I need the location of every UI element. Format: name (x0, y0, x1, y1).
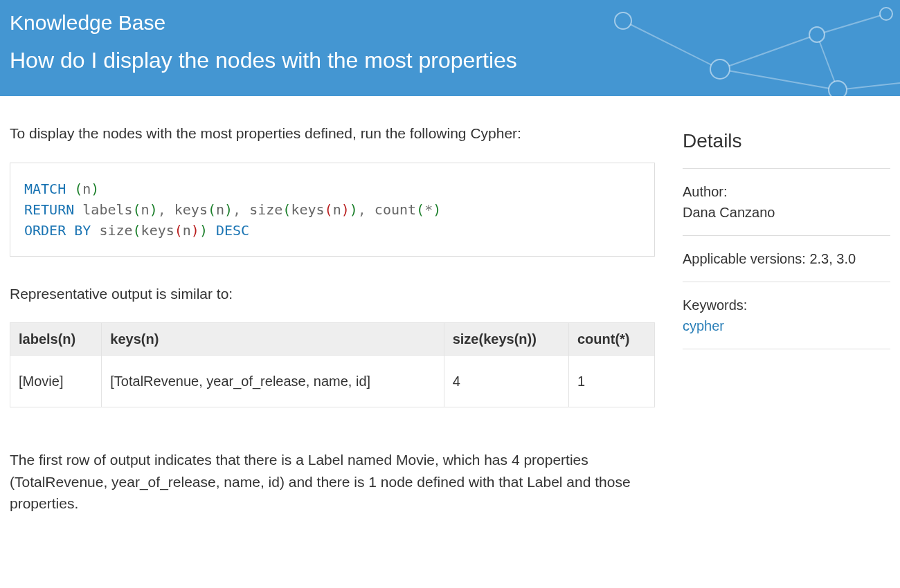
breadcrumb: Knowledge Base (10, 7, 890, 38)
page-title: How do I display the nodes with the most… (10, 44, 890, 77)
table-header: keys(n) (102, 323, 444, 356)
table-row: [Movie][TotalRevenue, year_of_release, n… (10, 356, 655, 407)
keywords-label: Keywords: (683, 295, 890, 315)
svg-point-9 (829, 81, 847, 96)
output-table: labels(n)keys(n)size(keys(n))count(*) [M… (10, 322, 655, 407)
hero-banner: Knowledge Base How do I display the node… (0, 0, 900, 96)
table-cell: [TotalRevenue, year_of_release, name, id… (102, 356, 444, 407)
keyword-link[interactable]: cypher (683, 318, 724, 333)
table-header: labels(n) (10, 323, 102, 356)
detail-versions: Applicable versions: 2.3, 3.0 (683, 248, 890, 282)
svg-line-5 (838, 83, 900, 90)
output-caption: Representative output is similar to: (10, 283, 655, 305)
details-sidebar: Details Author: Dana Canzano Applicable … (683, 122, 890, 533)
table-cell: 4 (444, 356, 568, 407)
author-label: Author: (683, 181, 890, 202)
detail-author: Author: Dana Canzano (683, 181, 890, 236)
intro-text: To display the nodes with the most prope… (10, 122, 655, 145)
explanation-text: The first row of output indicates that t… (10, 449, 655, 515)
article-body: To display the nodes with the most prope… (10, 122, 655, 533)
detail-keywords: Keywords: cypher (683, 295, 890, 349)
table-cell: 1 (568, 356, 654, 407)
table-cell: [Movie] (10, 356, 102, 407)
cypher-code-block: MATCH (n) RETURN labels(n), keys(n), siz… (10, 163, 655, 257)
author-value: Dana Canzano (683, 202, 890, 223)
details-heading: Details (683, 127, 890, 169)
versions-label: Applicable versions: (683, 251, 806, 266)
versions-value: 2.3, 3.0 (809, 251, 856, 266)
table-header: size(keys(n)) (444, 323, 568, 356)
table-header: count(*) (568, 323, 654, 356)
